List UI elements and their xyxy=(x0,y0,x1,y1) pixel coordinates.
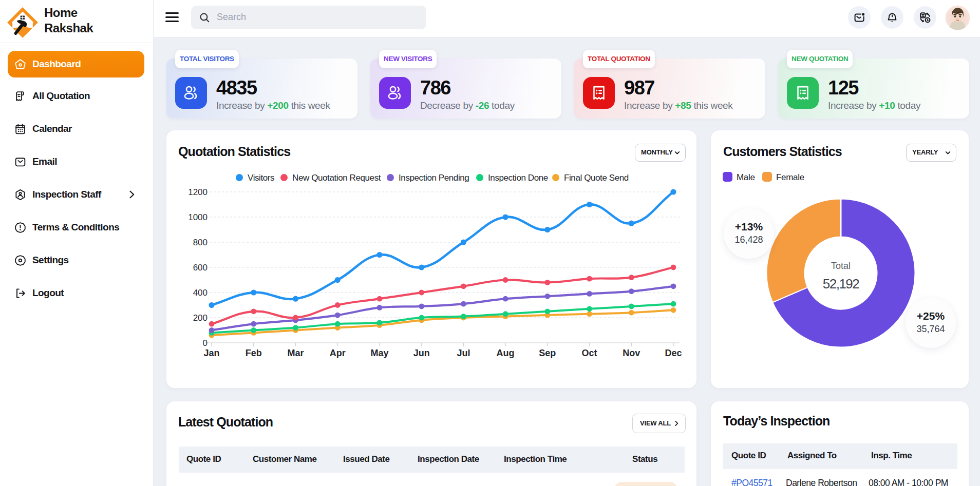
svg-text:Apr: Apr xyxy=(330,348,346,358)
svg-text:Sep: Sep xyxy=(539,348,556,358)
svg-text:1200: 1200 xyxy=(188,187,208,197)
svg-text:Jun: Jun xyxy=(413,348,430,358)
svg-text:0: 0 xyxy=(203,338,208,348)
svg-text:600: 600 xyxy=(193,263,208,273)
svg-text:400: 400 xyxy=(193,288,208,298)
svg-text:Jan: Jan xyxy=(203,348,219,358)
svg-text:Total: Total xyxy=(831,261,851,271)
svg-text:1000: 1000 xyxy=(188,212,208,222)
svg-text:Dec: Dec xyxy=(665,348,682,358)
svg-text:Mar: Mar xyxy=(287,348,304,358)
svg-text:200: 200 xyxy=(193,313,208,323)
svg-text:Oct: Oct xyxy=(582,348,597,358)
svg-text:May: May xyxy=(370,348,388,358)
svg-text:800: 800 xyxy=(193,238,208,247)
svg-text:Jul: Jul xyxy=(457,348,470,358)
svg-text:Feb: Feb xyxy=(246,348,262,358)
svg-text:Aug: Aug xyxy=(497,348,515,358)
svg-text:Nov: Nov xyxy=(623,348,640,358)
svg-text:52,192: 52,192 xyxy=(823,276,860,291)
